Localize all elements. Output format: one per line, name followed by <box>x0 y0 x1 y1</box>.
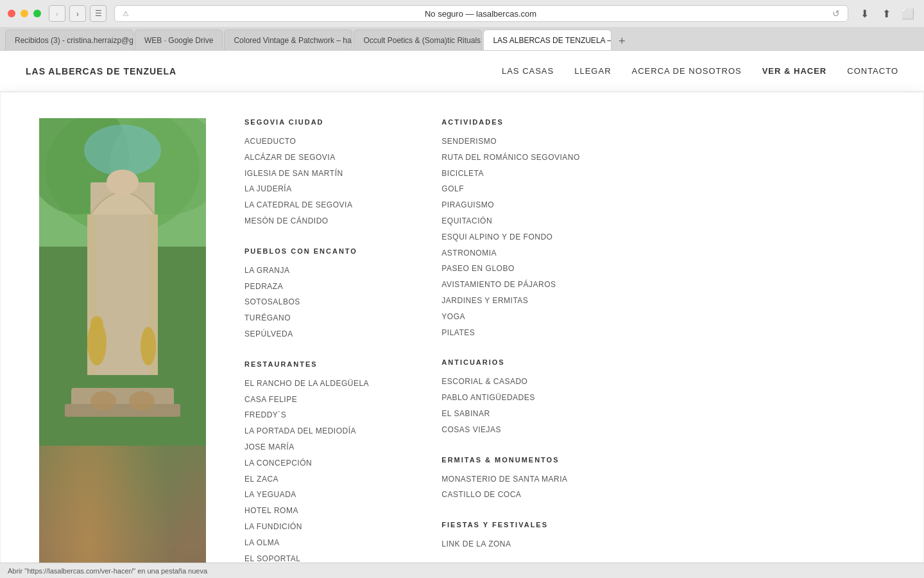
reload-button[interactable]: ↺ <box>832 8 840 19</box>
item-golf[interactable]: GOLF <box>441 184 580 195</box>
item-la-concepcion[interactable]: LA CONCEPCIÓN <box>244 458 390 469</box>
section-pueblos: PUEBLOS CON ENCANTO LA GRANJA PEDRAZA SO… <box>244 247 390 340</box>
item-casa-felipe[interactable]: CASA FELIPE <box>244 394 390 405</box>
section-title-pueblos: PUEBLOS CON ENCANTO <box>244 247 390 255</box>
item-la-yeguada[interactable]: LA YEGUADA <box>244 489 390 500</box>
nav-ver-hacer[interactable]: VER & HACER <box>762 66 827 76</box>
item-senderismo[interactable]: SENDERISMO <box>441 136 580 147</box>
item-pedraza[interactable]: PEDRAZA <box>244 281 390 292</box>
dropdown-column-1: SEGOVIA CIUDAD ACUEDUCTO ALCÁZAR DE SEGO… <box>244 118 390 578</box>
item-astronomia[interactable]: ASTRONOMIA <box>441 248 580 259</box>
item-bicicleta[interactable]: BICICLETA <box>441 168 580 179</box>
main-navigation: LAS CASAS LLEGAR ACERCA DE NOSOTROS VER … <box>502 66 898 76</box>
item-juderia[interactable]: LA JUDERÍA <box>244 184 390 195</box>
item-rancho[interactable]: EL RANCHO DE LA ALDEGÜELA <box>244 378 390 389</box>
browser-navigation[interactable]: ‹ › ☰ <box>49 5 107 22</box>
item-el-sabinar[interactable]: EL SABINAR <box>441 408 580 419</box>
svg-point-11 <box>90 316 103 331</box>
forward-button[interactable]: › <box>69 5 86 22</box>
item-el-zaca[interactable]: EL ZACA <box>244 474 390 485</box>
tab-email[interactable]: Recibidos (3) - cristina.herraizp@gmail.… <box>5 30 133 50</box>
tab-drive[interactable]: WEB · Google Drive <box>135 30 223 50</box>
browser-window-controls[interactable] <box>8 10 41 17</box>
item-castillo-coca[interactable]: CASTILLO DE COCA <box>441 489 580 500</box>
item-meson-candido[interactable]: MESÓN DE CÁNDIDO <box>244 216 390 227</box>
item-acueducto[interactable]: ACUEDUCTO <box>244 136 390 147</box>
section-title-segovia: SEGOVIA CIUDAD <box>244 118 390 126</box>
section-title-anticuarios: ANTICUARIOS <box>441 358 580 366</box>
item-paseo-globo[interactable]: PASEO EN GLOBO <box>441 263 580 274</box>
item-avistamiento[interactable]: AVISTAMIENTO DE PÁJAROS <box>441 279 580 290</box>
item-jardines[interactable]: JARDINES Y ERMITAS <box>441 295 580 306</box>
item-la-fundicion[interactable]: LA FUNDICIÓN <box>244 521 390 532</box>
browser-actions[interactable]: ⬇ ⬆ ⬜ <box>856 5 916 22</box>
item-jose-maria[interactable]: JOSE MARÍA <box>244 442 390 453</box>
site-header: LAS ALBERCAS DE TENZUELA LAS CASAS LLEGA… <box>0 51 924 92</box>
browser-chrome: ‹ › ☰ ⚠ No seguro — lasalbercas.com ↺ ⬇ … <box>0 0 924 51</box>
tab-vintage[interactable]: Colored Vintage & Patchwork – hasta un 7… <box>224 30 352 50</box>
item-piragüismo[interactable]: PIRAGUISMO <box>441 200 580 211</box>
browser-titlebar: ‹ › ☰ ⚠ No seguro — lasalbercas.com ↺ ⬇ … <box>0 0 924 27</box>
dropdown-image <box>39 118 206 578</box>
item-cosas-viejas[interactable]: COSAS VIEJAS <box>441 425 580 435</box>
status-text: Abrir "https://lasalbercas.com/ver-hacer… <box>8 567 207 575</box>
item-la-olma[interactable]: LA OLMA <box>244 538 390 548</box>
item-escorial-casado[interactable]: ESCORIAL & CASADO <box>441 376 580 387</box>
share-button[interactable]: ⬆ <box>878 5 894 22</box>
url-bar[interactable]: ⚠ No seguro — lasalbercas.com ↺ <box>114 5 848 22</box>
status-bar: Abrir "https://lasalbercas.com/ver-hacer… <box>0 563 924 578</box>
item-hotel-roma[interactable]: HOTEL ROMA <box>244 505 390 516</box>
item-pilates[interactable]: PILATES <box>441 328 580 338</box>
section-segovia-ciudad: SEGOVIA CIUDAD ACUEDUCTO ALCÁZAR DE SEGO… <box>244 118 390 227</box>
item-portada-mediodia[interactable]: LA PORTADA DEL MEDIODÍA <box>244 426 390 437</box>
svg-point-12 <box>141 327 156 365</box>
nav-las-casas[interactable]: LAS CASAS <box>502 66 554 76</box>
tabs-button[interactable]: ⬜ <box>900 5 916 22</box>
item-catedral[interactable]: LA CATEDRAL DE SEGOVIA <box>244 200 390 211</box>
item-monasterio[interactable]: MONASTERIO DE SANTA MARIA <box>441 474 580 485</box>
close-button[interactable] <box>8 10 15 17</box>
item-ruta-romanico[interactable]: RUTA DEL ROMÁNICO SEGOVIANO <box>441 152 580 163</box>
section-title-actividades: ACTIVIDADES <box>441 118 580 126</box>
nav-contacto[interactable]: CONTACTO <box>847 66 898 76</box>
dropdown-column-2: ACTIVIDADES SENDERISMO RUTA DEL ROMÁNICO… <box>441 118 580 578</box>
item-freddys[interactable]: FREDDY´S <box>244 410 390 421</box>
section-fiestas: FIESTAS Y FESTIVALES LINK DE LA ZONA <box>441 521 580 550</box>
section-ermitas: ERMITAS & MONUMENTOS MONASTERIO DE SANTA… <box>441 456 580 501</box>
svg-point-5 <box>84 125 161 176</box>
security-icon: ⚠ <box>123 10 129 18</box>
section-anticuarios: ANTICUARIOS ESCORIAL & CASADO PABLO ANTI… <box>441 358 580 435</box>
item-iglesia-san-martin[interactable]: IGLESIA DE SAN MARTÍN <box>244 168 390 179</box>
item-alcazar[interactable]: ALCÁZAR DE SEGOVIA <box>244 152 390 163</box>
item-la-granja[interactable]: LA GRANJA <box>244 265 390 276</box>
browser-tabs[interactable]: Recibidos (3) - cristina.herraizp@gmail.… <box>0 27 924 50</box>
section-restaurantes: RESTAURANTES EL RANCHO DE LA ALDEGÜELA C… <box>244 360 390 578</box>
tab-albercas[interactable]: LAS ALBERCAS DE TENZUELA — 1 Ver & H... <box>483 30 612 50</box>
section-actividades: ACTIVIDADES SENDERISMO RUTA DEL ROMÁNICO… <box>441 118 580 338</box>
item-yoga[interactable]: YOGA <box>441 311 580 322</box>
minimize-button[interactable] <box>21 10 28 17</box>
site-logo[interactable]: LAS ALBERCAS DE TENZUELA <box>26 66 176 76</box>
item-turegano[interactable]: TURÉGANO <box>244 313 390 324</box>
new-tab-button[interactable]: + <box>613 32 631 50</box>
item-sepulveda[interactable]: SEPÚLVEDA <box>244 329 390 340</box>
nav-acerca[interactable]: ACERCA DE NOSOTROS <box>632 66 742 76</box>
dropdown-content: SEGOVIA CIUDAD ACUEDUCTO ALCÁZAR DE SEGO… <box>206 118 885 578</box>
maximize-button[interactable] <box>33 10 41 17</box>
section-title-ermitas: ERMITAS & MONUMENTOS <box>441 456 580 464</box>
item-equitacion[interactable]: EQUITACIÓN <box>441 216 580 227</box>
fountain-image <box>39 118 206 578</box>
tab-occult[interactable]: Occult Poetics & (Soma)tic Rituals – Ign… <box>354 30 482 50</box>
back-button[interactable]: ‹ <box>49 5 65 22</box>
nav-llegar[interactable]: LLEGAR <box>574 66 611 76</box>
item-pablo-antiguedades[interactable]: PABLO ANTIGÜEDADES <box>441 392 580 403</box>
dropdown-menu: SEGOVIA CIUDAD ACUEDUCTO ALCÁZAR DE SEGO… <box>0 92 924 578</box>
sidebar-button[interactable]: ☰ <box>90 5 107 22</box>
website: LAS ALBERCAS DE TENZUELA LAS CASAS LLEGA… <box>0 51 924 578</box>
download-button[interactable]: ⬇ <box>856 5 873 22</box>
item-sotosalbos[interactable]: SOTOSALBOS <box>244 297 390 308</box>
item-esqui[interactable]: ESQUI ALPINO Y DE FONDO <box>441 232 580 243</box>
item-link-zona[interactable]: LINK DE LA ZONA <box>441 539 580 550</box>
url-text[interactable]: No seguro — lasalbercas.com <box>134 9 827 19</box>
fountain-svg <box>39 118 206 446</box>
